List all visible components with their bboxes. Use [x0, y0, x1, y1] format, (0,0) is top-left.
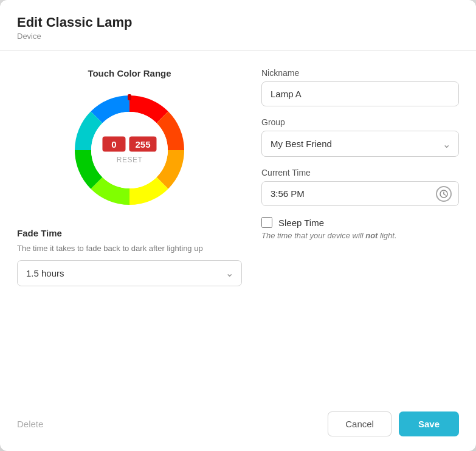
delete-button[interactable]: Delete — [17, 414, 43, 434]
cancel-button[interactable]: Cancel — [328, 411, 391, 436]
footer-actions: Cancel Save — [328, 411, 459, 436]
fade-time-label: Fade Time — [17, 228, 242, 238]
fade-time-select[interactable]: 0.5 hours1 hour1.5 hours2 hours3 hours4 … — [17, 260, 242, 286]
left-panel: Touch Color Range — [17, 68, 242, 397]
nickname-input[interactable] — [261, 81, 459, 106]
wheel-values: 0 255 — [102, 137, 156, 152]
dialog-title: Edit Classic Lamp — [17, 15, 459, 30]
nickname-field-group: Nickname — [261, 68, 459, 106]
wheel-value-min: 0 — [102, 137, 125, 152]
sleep-time-checkbox[interactable] — [261, 217, 272, 228]
dialog-footer: Delete Cancel Save — [0, 397, 476, 451]
wheel-reset-label[interactable]: RESET — [117, 156, 143, 164]
right-panel: Nickname Group NoneMy Best FriendLiving … — [261, 68, 459, 397]
svg-rect-0 — [128, 94, 131, 100]
sleep-time-section: Sleep Time The time that your device wil… — [261, 217, 459, 241]
dialog-body: Touch Color Range — [0, 51, 476, 397]
current-time-field-group: Current Time — [261, 168, 459, 206]
save-button[interactable]: Save — [399, 411, 459, 436]
wheel-center-content: 0 255 RESET — [102, 137, 156, 164]
group-label: Group — [261, 117, 459, 127]
edit-dialog: Edit Classic Lamp Device Touch Color Ran… — [0, 0, 476, 451]
sleep-time-row: Sleep Time — [261, 217, 459, 228]
sleep-time-description: The time that your device will not light… — [261, 230, 459, 241]
time-input-wrapper — [261, 181, 459, 206]
fade-time-section: Fade Time The time it takes to fade back… — [17, 228, 242, 286]
fade-time-description: The time it takes to fade back to dark a… — [17, 243, 242, 254]
nickname-label: Nickname — [261, 68, 459, 78]
group-field-group: Group NoneMy Best FriendLiving RoomBedro… — [261, 117, 459, 157]
dialog-subtitle: Device — [17, 32, 459, 41]
fade-time-select-wrapper: 0.5 hours1 hour1.5 hours2 hours3 hours4 … — [17, 260, 242, 286]
sleep-time-label: Sleep Time — [278, 218, 324, 228]
current-time-label: Current Time — [261, 168, 459, 177]
color-range-label: Touch Color Range — [88, 68, 171, 78]
color-wheel-section: Touch Color Range — [17, 68, 242, 217]
dialog-header: Edit Classic Lamp Device — [0, 0, 476, 51]
wheel-value-max: 255 — [129, 137, 156, 152]
group-select-wrapper: NoneMy Best FriendLiving RoomBedroom ⌄ — [261, 131, 459, 157]
current-time-input[interactable] — [261, 181, 459, 206]
color-wheel-wrapper[interactable]: 0 255 RESET — [63, 83, 196, 217]
group-select[interactable]: NoneMy Best FriendLiving RoomBedroom — [261, 131, 459, 157]
